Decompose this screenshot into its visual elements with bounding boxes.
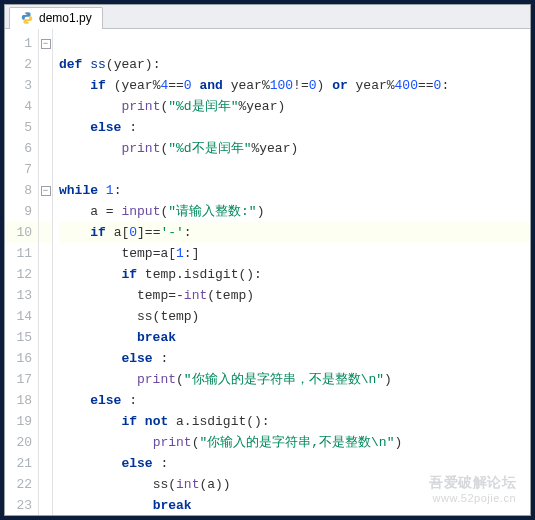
code-line[interactable] <box>59 33 530 54</box>
token-prn: (a)) <box>199 477 230 492</box>
code-line[interactable]: ss(int(a)) <box>59 474 530 495</box>
fold-cell <box>39 495 52 515</box>
fold-cell <box>39 54 52 75</box>
token-fn: ss <box>90 57 106 72</box>
fold-cell <box>39 222 52 243</box>
line-number: 12 <box>5 264 38 285</box>
fold-cell <box>39 390 52 411</box>
token-id: temp.isdigit(): <box>145 267 262 282</box>
token-id: a = <box>90 204 121 219</box>
token-prn: year% <box>223 78 270 93</box>
line-number: 5 <box>5 117 38 138</box>
token-prn: : <box>441 78 449 93</box>
code-line[interactable]: print("你输入的是字符串，不是整数\n") <box>59 369 530 390</box>
code-line[interactable]: if not a.isdigit(): <box>59 411 530 432</box>
line-number: 14 <box>5 306 38 327</box>
token-kw: if <box>90 225 113 240</box>
token-id: a.isdigit(): <box>176 414 270 429</box>
code-line[interactable]: temp=-int(temp) <box>59 285 530 306</box>
tab-bar: demo1.py <box>5 5 530 29</box>
token-prn: ) <box>257 204 265 219</box>
code-area[interactable]: def ss(year): if (year%4==0 and year%100… <box>53 29 530 515</box>
token-id: temp=a[ <box>121 246 176 261</box>
file-tab-label: demo1.py <box>39 11 92 25</box>
fold-cell <box>39 117 52 138</box>
file-tab[interactable]: demo1.py <box>9 7 103 29</box>
token-kw: else <box>90 393 121 408</box>
fold-cell: − <box>39 33 52 54</box>
code-line[interactable]: else : <box>59 390 530 411</box>
token-kw: else <box>121 456 152 471</box>
token-prn: %year) <box>251 141 298 156</box>
line-number: 11 <box>5 243 38 264</box>
code-editor[interactable]: 123456789101112131415161718192021222324 … <box>5 29 530 515</box>
token-num: 0 <box>309 78 317 93</box>
token-prn: : <box>153 456 169 471</box>
token-prn: (year): <box>106 57 161 72</box>
token-id: ss( <box>153 477 176 492</box>
token-num: 1 <box>106 183 114 198</box>
fold-cell <box>39 159 52 180</box>
token-prn: : <box>184 225 192 240</box>
token-id: a[ <box>114 225 130 240</box>
line-number: 10 <box>5 222 38 243</box>
line-number: 21 <box>5 453 38 474</box>
fold-cell <box>39 411 52 432</box>
token-kw: or <box>332 78 348 93</box>
token-kw: if not <box>121 414 176 429</box>
token-call: print <box>121 141 160 156</box>
line-number: 23 <box>5 495 38 515</box>
token-kw: break <box>153 498 192 513</box>
token-str: "你输入的是字符串,不是整数\n" <box>199 435 394 450</box>
code-line[interactable] <box>59 159 530 180</box>
code-line[interactable]: print("%d不是闰年"%year) <box>59 138 530 159</box>
token-str: "你输入的是字符串，不是整数\n" <box>184 372 384 387</box>
code-line[interactable]: if (year%4==0 and year%100!=0) or year%4… <box>59 75 530 96</box>
token-call: print <box>121 99 160 114</box>
code-line[interactable]: def ss(year): <box>59 54 530 75</box>
token-call: int <box>176 477 199 492</box>
line-number: 19 <box>5 411 38 432</box>
fold-cell <box>39 264 52 285</box>
code-line[interactable]: ss(temp) <box>59 306 530 327</box>
code-line[interactable]: while 1: <box>59 180 530 201</box>
token-kw: and <box>199 78 222 93</box>
code-line[interactable]: break <box>59 327 530 348</box>
token-kw: if <box>121 267 144 282</box>
line-number: 20 <box>5 432 38 453</box>
code-line[interactable]: else : <box>59 453 530 474</box>
line-number: 4 <box>5 96 38 117</box>
fold-cell <box>39 453 52 474</box>
fold-toggle-icon[interactable]: − <box>41 186 51 196</box>
token-id: ]== <box>137 225 160 240</box>
code-line[interactable]: print("%d是闰年"%year) <box>59 96 530 117</box>
fold-toggle-icon[interactable]: − <box>41 39 51 49</box>
code-line[interactable]: break <box>59 495 530 515</box>
line-number: 3 <box>5 75 38 96</box>
code-line[interactable]: if a[0]=='-': <box>59 222 530 243</box>
code-line[interactable]: else : <box>59 348 530 369</box>
token-prn: (year% <box>114 78 161 93</box>
token-id: temp=- <box>137 288 184 303</box>
token-prn: : <box>114 183 122 198</box>
code-line[interactable]: print("你输入的是字符串,不是整数\n") <box>59 432 530 453</box>
token-str: "%d是闰年" <box>168 99 238 114</box>
line-number: 22 <box>5 474 38 495</box>
code-line[interactable]: a = input("请输入整数:") <box>59 201 530 222</box>
line-number: 6 <box>5 138 38 159</box>
line-number: 15 <box>5 327 38 348</box>
token-id: ss(temp) <box>137 309 199 324</box>
code-line[interactable]: else : <box>59 117 530 138</box>
fold-cell <box>39 75 52 96</box>
token-kw: else <box>90 120 121 135</box>
fold-cell <box>39 285 52 306</box>
token-prn: ) <box>384 372 392 387</box>
line-number: 1 <box>5 33 38 54</box>
code-line[interactable]: temp=a[1:] <box>59 243 530 264</box>
fold-cell <box>39 474 52 495</box>
fold-cell <box>39 243 52 264</box>
token-prn: : <box>153 351 169 366</box>
code-line[interactable]: if temp.isdigit(): <box>59 264 530 285</box>
fold-cell <box>39 306 52 327</box>
token-prn: (temp) <box>207 288 254 303</box>
